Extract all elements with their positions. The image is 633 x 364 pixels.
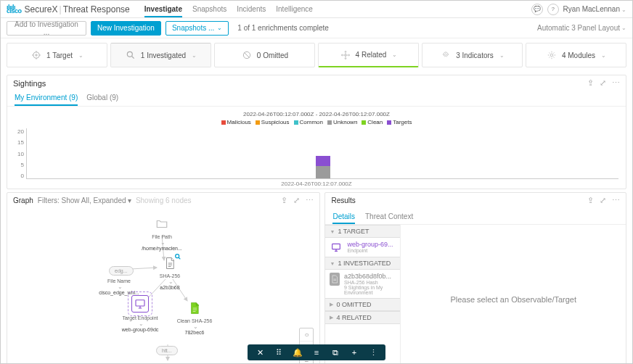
tab-threat-context[interactable]: Threat Context (365, 210, 413, 224)
grid-icon[interactable]: ⠿ (274, 347, 284, 357)
bottom-dock: ✕ ⠿ 🔔 ≡ ⧉ + ⋮ (248, 344, 385, 360)
svg-point-9 (550, 54, 553, 57)
omitted-icon (241, 49, 253, 61)
summary-target[interactable]: 1 Target⌄ (7, 43, 107, 67)
summary-related-label: 4 Related (356, 51, 387, 59)
more-icon[interactable]: ⋯ (612, 196, 620, 205)
node-clean-sha256[interactable]: Clean SHA-256⌄ 782bec6 (173, 299, 216, 335)
summary-indicators[interactable]: 3 Indicators⌄ (422, 43, 523, 67)
zoom-fit[interactable]: ○ (300, 328, 313, 342)
help-icon[interactable]: ? (547, 4, 559, 15)
tab-my-environment[interactable]: My Environment (9) (15, 91, 78, 106)
tab-global[interactable]: Global (9) (86, 91, 118, 106)
chart-plot[interactable] (26, 128, 618, 179)
nav-snapshots[interactable]: Snapshots (192, 1, 226, 17)
panel-layout-selector[interactable]: Automatic 3 Panel Layout⌄ (537, 24, 626, 32)
user-menu[interactable]: Ryan MacLennan⌄ (563, 5, 626, 13)
brand: SecureX|Threat Response (25, 4, 130, 15)
summary-investigated[interactable]: 1 Investigated⌄ (110, 43, 211, 67)
node-target-endpoint[interactable]: Target Endpoint⌄ web-group-69dc (118, 295, 162, 332)
svg-rect-17 (332, 244, 340, 249)
share-icon[interactable]: ⇪ (587, 196, 594, 205)
plus-icon[interactable]: + (349, 347, 359, 357)
endpoint-icon (330, 241, 343, 254)
related-icon (340, 49, 351, 61)
node-wget[interactable]: File Name⌄ wget (147, 356, 190, 364)
search-icon (125, 49, 136, 61)
svg-point-4 (344, 54, 346, 55)
result-item-investigated[interactable]: a2b3b68d8f0b...SHA-256 Hash9 Sightings i… (325, 270, 400, 298)
topbar-right: 💬 ? Ryan MacLennan⌄ (531, 4, 626, 15)
graph-showing: Showing 6 nodes (136, 197, 192, 204)
chat-icon[interactable]: 💬 (531, 4, 543, 15)
summary-indicators-label: 3 Indicators (456, 51, 494, 59)
sightings-chart: 2022-04-26T00:12:07.000Z - 2022-04-26T00… (7, 107, 626, 189)
pill-right[interactable]: htt... (156, 346, 178, 355)
graph-filters[interactable]: Filters: Show All, Expanded ▾ (38, 197, 132, 204)
more-icon[interactable]: ⋯ (612, 78, 620, 88)
results-panel: Results ⇪ ⤢ ⋯ Details Threat Context ▼1 … (324, 192, 626, 364)
summary-investigated-label: 1 Investigated (141, 51, 186, 59)
group-target[interactable]: ▼1 TARGET (325, 225, 400, 238)
summary-omitted[interactable]: 0 Omitted (214, 43, 315, 67)
chart-yaxis: 20151050 (15, 128, 26, 179)
chart-legend: MaliciousSuspiciousCommonUnknownCleanTar… (15, 119, 618, 125)
folder-icon (153, 215, 171, 233)
summary-related[interactable]: 4 Related⌄ (318, 43, 419, 67)
expand-icon[interactable]: ⤢ (600, 78, 606, 88)
list-icon[interactable]: ≡ (311, 347, 322, 357)
node-sha256[interactable]: SHA-256⌄ a2b3b68 (148, 255, 192, 290)
results-title: Results (331, 197, 355, 204)
expand-icon[interactable]: ⤢ (293, 196, 300, 205)
group-investigated[interactable]: ▼1 INVESTIGATED (325, 257, 400, 270)
share-icon[interactable]: ⇪ (587, 78, 594, 88)
snapshots-button[interactable]: Snapshots ...⌄ (166, 21, 229, 36)
toolbar: Add to Investigation ... New Investigati… (1, 18, 632, 38)
more-icon[interactable]: ⋯ (306, 196, 314, 205)
sightings-title: Sightings (13, 79, 46, 88)
results-list: ▼1 TARGET web-group-69...Endpoint ▼1 INV… (325, 225, 401, 364)
nav-incidents[interactable]: Incidents (237, 1, 266, 17)
sightings-actions: ⇪ ⤢ ⋯ (587, 78, 620, 88)
top-nav: Investigate Snapshots Incidents Intellig… (144, 1, 313, 17)
enrichment-status: 1 of 1 enrichments complete (237, 24, 329, 32)
nav-intelligence[interactable]: Intelligence (276, 1, 313, 17)
screenshot-icon[interactable]: ⧉ (330, 347, 340, 357)
expand-icon[interactable]: ⤢ (600, 196, 606, 205)
add-investigation-button[interactable]: Add to Investigation ... (7, 21, 86, 36)
summary-modules[interactable]: 4 Modules⌄ (526, 43, 626, 67)
node-file-path[interactable]: File Path⌄ /home/rymaclen... (140, 215, 184, 251)
nav-investigate[interactable]: Investigate (144, 1, 182, 17)
cisco-logo: ılıılıcisco (7, 6, 22, 12)
svg-point-5 (341, 54, 343, 56)
group-related[interactable]: ▶4 RELATED (325, 311, 400, 324)
bell-icon[interactable]: 🔔 (293, 347, 303, 357)
graph-title: Graph (13, 197, 33, 204)
hash-icon (330, 273, 340, 286)
share-icon[interactable]: ⇪ (281, 196, 287, 205)
sightings-panel: Sightings ⇪ ⤢ ⋯ My Environment (9) Globa… (7, 75, 626, 189)
svg-point-0 (33, 52, 39, 58)
tab-details[interactable]: Details (332, 210, 355, 224)
svg-rect-16 (136, 300, 144, 306)
new-investigation-button[interactable]: New Investigation (91, 21, 161, 36)
handle-icon[interactable]: ⋮ (368, 347, 378, 357)
endpoint-icon (131, 295, 149, 313)
graph-canvas[interactable]: File Path⌄ /home/rymaclen... edg... File… (7, 208, 319, 364)
file-icon (161, 255, 179, 272)
chart-title: 2022-04-26T00:12:07.000Z - 2022-04-26T00… (15, 111, 618, 117)
topbar: ılıılıcisco SecureX|Threat Response Inve… (1, 1, 632, 18)
result-item-target[interactable]: web-group-69...Endpoint (325, 238, 400, 257)
svg-point-7 (345, 51, 346, 52)
chart-xlabel: 2022-04-26T00:12:07.000Z (15, 181, 618, 187)
summary-omitted-label: 0 Omitted (257, 51, 288, 59)
file-clean-icon (186, 299, 203, 317)
svg-point-15 (176, 255, 179, 258)
close-icon[interactable]: ✕ (255, 347, 265, 357)
svg-point-8 (345, 57, 346, 59)
summary-row: 1 Target⌄ 1 Investigated⌄ 0 Omitted 4 Re… (1, 38, 632, 72)
results-detail: Please select an Observable/Target (401, 225, 626, 364)
group-omitted[interactable]: ▶0 OMITTED (325, 298, 400, 311)
graph-panel: Graph Filters: Show All, Expanded ▾ Show… (7, 192, 320, 364)
target-icon (30, 49, 42, 61)
